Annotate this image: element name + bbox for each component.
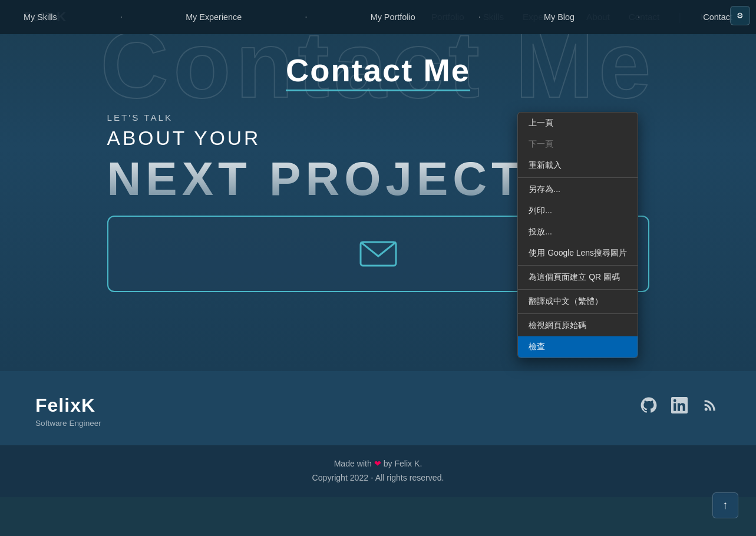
footer-link-contact[interactable]: Contact (703, 12, 732, 22)
ctx-item-print[interactable]: 列印... (518, 200, 638, 221)
footer-social (638, 395, 721, 416)
ctx-separator-3 (518, 289, 638, 290)
ctx-item-saveas[interactable]: 另存為... (518, 179, 638, 200)
ctx-item-translate[interactable]: 翻譯成中文（繁體） (518, 291, 638, 312)
footer-main: FelixK Software Engineer My Skills · My … (0, 371, 756, 445)
copyright-line2: Copyright 2022 - All rights reserved. (12, 471, 744, 485)
settings-button[interactable]: ⚙ (730, 6, 750, 25)
footer-link-portfolio[interactable]: My Portfolio (371, 12, 415, 22)
footer-nav: My Skills · My Experience · My Portfolio… (0, 0, 756, 34)
github-icon[interactable] (638, 395, 659, 416)
main-section: Contact Me Contact Me LET'S TALK ABOUT Y… (0, 0, 756, 371)
footer-brand: FelixK Software Engineer (35, 395, 101, 428)
ctx-item-next: 下一頁 (518, 134, 638, 155)
ctx-item-prev[interactable]: 上一頁 (518, 113, 638, 134)
footer-subtitle: Software Engineer (35, 419, 101, 428)
copyright-line1: Made with ❤ by Felix K. (12, 457, 744, 471)
footer-inner: FelixK Software Engineer My Skills · My … (35, 395, 721, 428)
footer-dot-2: · (305, 12, 307, 22)
scroll-up-button[interactable]: ↑ (712, 492, 738, 497)
ctx-separator-4 (518, 313, 638, 314)
context-menu: 上一頁 下一頁 重新載入 另存為... 列印... 投放... 使用 Googl… (517, 112, 638, 358)
footer-link-skills[interactable]: My Skills (24, 12, 57, 22)
contact-title-wrap: Contact Me (286, 52, 470, 89)
ctx-item-qr[interactable]: 為這個頁面建立 QR 圖碼 (518, 267, 638, 288)
linkedin-icon[interactable] (669, 395, 690, 416)
blog-icon[interactable] (699, 395, 721, 416)
footer-dot-1: · (120, 12, 123, 22)
footer-link-experience[interactable]: My Experience (186, 12, 242, 22)
footer-dot-3: · (478, 12, 481, 22)
footer-dot-4: · (638, 12, 640, 22)
ctx-separator-2 (518, 265, 638, 266)
ctx-separator-1 (518, 177, 638, 178)
ctx-item-lens[interactable]: 使用 Google Lens搜尋圖片 (518, 243, 638, 264)
footer-link-blog[interactable]: My Blog (544, 12, 575, 22)
page-title: Contact Me (286, 52, 470, 89)
footer-bottom: Made with ❤ by Felix K. Copyright 2022 -… (0, 445, 756, 497)
heart-icon: ❤ (374, 459, 381, 468)
ctx-item-viewsource[interactable]: 檢視網頁原始碼 (518, 315, 638, 336)
ctx-item-cast[interactable]: 投放... (518, 221, 638, 243)
email-icon (359, 240, 397, 268)
settings-icon: ⚙ (737, 11, 744, 20)
ctx-item-inspect[interactable]: 檢查 (518, 336, 638, 358)
ctx-item-reload[interactable]: 重新載入 (518, 155, 638, 176)
footer-logo: FelixK (35, 395, 101, 416)
